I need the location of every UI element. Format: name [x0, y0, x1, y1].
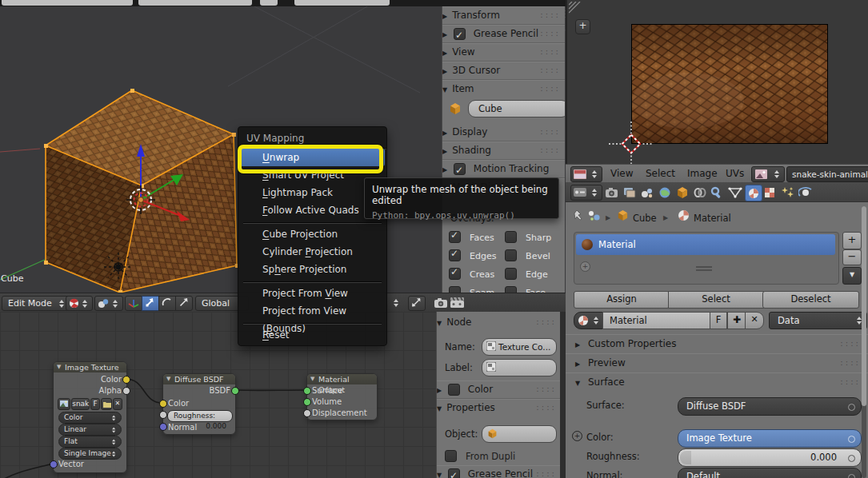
slot-add-mini-icon[interactable]: + — [580, 261, 590, 272]
breadcrumb-object[interactable]: Cube — [633, 213, 657, 224]
tab-render-layers[interactable] — [622, 185, 638, 200]
panel-header-preview[interactable]: ▶ Preview :::: — [566, 353, 868, 373]
image-texture-node[interactable]: ▼Image Texture Color Alpha snak F ✕ Colo… — [53, 361, 127, 473]
color-checkbox[interactable] — [448, 384, 460, 396]
unlink-material-button[interactable]: ✕ — [745, 312, 764, 329]
unlink-image-button[interactable]: ✕ — [113, 398, 122, 410]
menu-item-project-from-view[interactable]: Project From View — [240, 285, 385, 302]
diffuse-bsdf-node[interactable]: ▼Diffuse BSDF BSDF Color Roughness: 0.00… — [162, 373, 236, 435]
face-checkbox[interactable] — [505, 286, 517, 293]
menu-image[interactable]: Image — [687, 168, 718, 179]
scrollbar-thumb[interactable] — [862, 206, 866, 406]
panel-header-motion-tracking[interactable]: ▶ ✓ Motion Tracking — [442, 160, 565, 178]
expand-region-button[interactable]: + — [575, 19, 590, 34]
panel-grip-icon[interactable]: :::: — [539, 25, 560, 42]
menu-view[interactable]: View — [610, 168, 633, 179]
tab-physics[interactable] — [798, 185, 814, 200]
edge-checkbox[interactable] — [505, 268, 517, 280]
seam-checkbox[interactable] — [449, 286, 461, 293]
panel-header-properties[interactable]: ▼Properties :::: — [437, 399, 561, 416]
interpolation-dropdown[interactable]: Linear — [58, 424, 122, 436]
tab-constraints[interactable] — [692, 185, 708, 200]
edges-checkbox[interactable]: ✓ — [449, 249, 461, 261]
panel-header-grease-pencil[interactable]: ▶ ✓ Grease Pencil :::: — [442, 25, 565, 43]
node-label-field[interactable] — [482, 359, 557, 376]
manipulator-axis-button[interactable] — [125, 296, 142, 311]
menu-item-cube-projection[interactable]: Cube Projection — [240, 225, 385, 243]
socket-bsdf-out[interactable] — [231, 387, 239, 395]
panel-grip-icon[interactable]: :::: — [539, 141, 560, 159]
render-still-button[interactable] — [434, 297, 448, 309]
menu-select[interactable]: Select — [646, 168, 675, 179]
panel-header-node[interactable]: ▼Node :::: — [437, 313, 561, 331]
region-corner-hatch[interactable] — [569, 2, 582, 14]
panel-header-view[interactable]: ▶View :::: — [442, 43, 565, 62]
bevel-checkbox[interactable] — [505, 249, 517, 261]
material-name-field[interactable]: Material — [602, 312, 716, 329]
node-name-field[interactable]: Texture Co... — [482, 338, 557, 356]
normal-dropdown[interactable]: Default — [678, 468, 862, 478]
socket-displacement-in[interactable] — [303, 409, 311, 417]
panel-header-3d-cursor[interactable]: ▶3D Cursor :::: — [442, 62, 565, 80]
tab-modifiers[interactable] — [710, 185, 726, 200]
grease-pencil-checkbox[interactable]: ✓ — [454, 28, 466, 40]
image-name-field[interactable]: snak — [71, 398, 90, 410]
socket-normal-in[interactable] — [159, 423, 167, 431]
source-dropdown[interactable]: Single Image — [58, 448, 122, 460]
pin-icon[interactable] — [572, 209, 583, 222]
panel-grip-icon[interactable]: :::: — [539, 43, 560, 61]
panel-grip-icon[interactable]: :::: — [539, 6, 560, 24]
tab-object[interactable] — [674, 185, 690, 200]
panel-header-item[interactable]: ▼Item :::: — [442, 80, 565, 98]
roughness-slider[interactable]: 0.000 — [678, 448, 862, 467]
menu-item-reset[interactable]: Reset — [240, 326, 385, 344]
render-animation-button[interactable] — [450, 296, 466, 309]
tab-object-data[interactable] — [727, 185, 743, 200]
tab-particles[interactable] — [780, 185, 796, 200]
panel-header-surface[interactable]: ▼ Surface :::: — [566, 372, 868, 392]
material-slot-active[interactable]: Material — [576, 234, 835, 255]
editor-type-button[interactable] — [570, 185, 602, 201]
new-material-button[interactable]: ✚ — [727, 312, 746, 329]
socket-diffuse-color-in[interactable] — [159, 400, 167, 408]
fake-user-button[interactable]: F — [90, 398, 99, 410]
surface-dropdown[interactable]: Diffuse BSDF — [678, 397, 862, 416]
select-button[interactable]: Select — [668, 291, 764, 309]
tab-world[interactable] — [657, 185, 673, 200]
menu-item-lightmap-pack[interactable]: Lightmap Pack — [240, 184, 385, 201]
panel-grip-icon[interactable]: :::: — [539, 62, 560, 79]
tab-texture[interactable] — [762, 185, 778, 200]
item-name-field[interactable]: Cube — [468, 100, 565, 118]
menu-item-smart-uv-project[interactable]: Smart UV Project — [240, 166, 385, 184]
image-datablock-icon-button[interactable] — [58, 398, 70, 410]
sharp-checkbox[interactable] — [505, 231, 517, 243]
panel-header-shading[interactable]: ▶Shading :::: — [442, 141, 565, 160]
texture-image[interactable] — [631, 24, 828, 144]
projection-dropdown[interactable]: Flat — [58, 436, 122, 448]
panel-header-display[interactable]: ▶Display :::: — [442, 123, 565, 141]
material-specials-button[interactable]: ▼ — [842, 267, 862, 285]
panel-grip-icon[interactable]: :::: — [839, 372, 860, 392]
expand-color-icon[interactable]: + — [572, 431, 582, 441]
editor-type-button[interactable] — [570, 166, 602, 182]
panel-header-custom-properties[interactable]: ▶ Custom Properties :::: — [566, 334, 868, 354]
pivot-point-dropdown[interactable] — [94, 296, 123, 311]
material-output-node[interactable]: ▼Material Output Surface Volume Displace… — [306, 373, 378, 420]
manipulator-rotate-button[interactable] — [158, 296, 176, 311]
panel-grip-icon[interactable]: :::: — [539, 80, 560, 98]
panel-header-grease-pencil-node[interactable]: ▼ ✓ Grease Pencil :::: — [437, 465, 561, 478]
mode-dropdown[interactable]: Edit Mode — [2, 296, 70, 311]
properties-scrollbar[interactable] — [862, 206, 866, 478]
image-name-field[interactable]: snake-skin-animals-... — [786, 166, 868, 182]
panel-grip-icon[interactable]: :::: — [535, 380, 556, 398]
image-datablock-button[interactable] — [751, 166, 785, 182]
socket-surface-in[interactable] — [303, 387, 311, 395]
socket-volume-in[interactable] — [303, 398, 311, 406]
remove-material-slot-button[interactable]: − — [842, 249, 862, 265]
tab-scene[interactable] — [639, 185, 655, 200]
socket-roughness-in[interactable] — [159, 411, 167, 419]
assign-button[interactable]: Assign — [574, 291, 670, 309]
color-dropdown[interactable]: Image Texture — [678, 429, 862, 448]
deselect-button[interactable]: Deselect — [762, 291, 859, 309]
panel-grip-icon[interactable]: :::: — [535, 399, 556, 416]
